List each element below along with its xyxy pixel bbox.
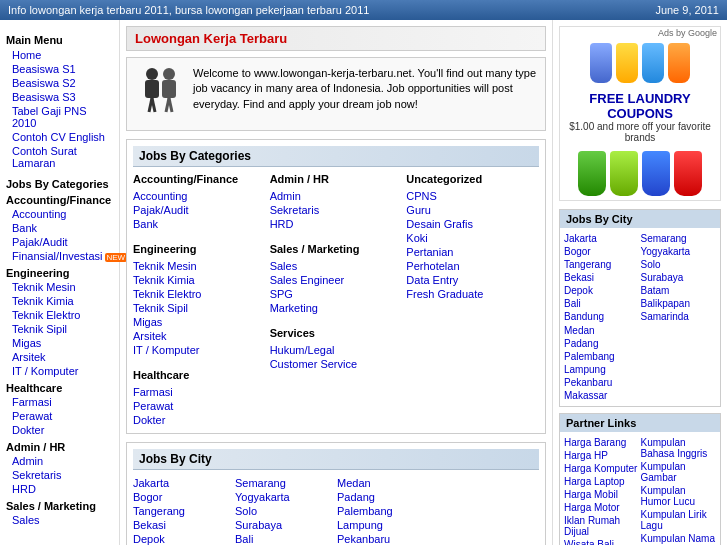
partner-gambar[interactable]: Kumpulan Gambar (641, 460, 717, 484)
partner-harga-komputer[interactable]: Harga Komputer (564, 462, 640, 475)
jobs-link-teknik-elektro[interactable]: Teknik Elektro (133, 287, 266, 301)
right-city-balikpapan[interactable]: Balikpapan (641, 297, 717, 310)
sidebar-link-sekretaris[interactable]: Sekretaris (6, 468, 113, 482)
city-link-semarang[interactable]: Semarang (235, 476, 335, 490)
right-city-tangerang[interactable]: Tangerang (564, 258, 640, 271)
right-city-samarinda[interactable]: Samarinda (641, 310, 717, 323)
right-city-medan[interactable]: Medan (564, 324, 716, 337)
city-link-tangerang[interactable]: Tangerang (133, 504, 233, 518)
jobs-link-bank[interactable]: Bank (133, 217, 266, 231)
sidebar-link-perawat[interactable]: Perawat (6, 409, 113, 423)
jobs-link-sekretaris[interactable]: Sekretaris (270, 203, 403, 217)
right-city-palembang[interactable]: Palembang (564, 350, 716, 363)
jobs-link-accounting[interactable]: Accounting (133, 189, 266, 203)
jobs-link-teknik-kimia[interactable]: Teknik Kimia (133, 273, 266, 287)
right-city-batam[interactable]: Batam (641, 284, 717, 297)
city-link-bogor[interactable]: Bogor (133, 490, 233, 504)
jobs-link-data-entry[interactable]: Data Entry (406, 273, 539, 287)
city-link-pekanbaru[interactable]: Pekanbaru (337, 532, 437, 545)
partner-harga-barang[interactable]: Harga Barang (564, 436, 640, 449)
partner-lirik[interactable]: Kumpulan Lirik Lagu (641, 508, 717, 532)
city-link-bekasi[interactable]: Bekasi (133, 518, 233, 532)
jobs-link-hrd[interactable]: HRD (270, 217, 403, 231)
sidebar-link-pajak[interactable]: Pajak/Audit (6, 235, 113, 249)
city-link-lampung[interactable]: Lampung (337, 518, 437, 532)
partner-bahasa-inggris[interactable]: Kumpulan Bahasa Inggris (641, 436, 717, 460)
sidebar-link-sales[interactable]: Sales (6, 513, 113, 527)
sidebar-link-hrd[interactable]: HRD (6, 482, 113, 496)
sidebar-link-dokter[interactable]: Dokter (6, 423, 113, 437)
sidebar-link-admin[interactable]: Admin (6, 454, 113, 468)
sidebar-link-surat[interactable]: Contoh Surat Lamaran (6, 144, 113, 170)
right-city-bandung[interactable]: Bandung (564, 310, 640, 323)
jobs-link-guru[interactable]: Guru (406, 203, 539, 217)
city-link-bali[interactable]: Bali (235, 532, 335, 545)
right-city-bogor[interactable]: Bogor (564, 245, 640, 258)
jobs-link-hukum[interactable]: Hukum/Legal (270, 343, 403, 357)
city-link-surabaya[interactable]: Surabaya (235, 518, 335, 532)
right-city-lampung[interactable]: Lampung (564, 363, 716, 376)
jobs-link-migas[interactable]: Migas (133, 315, 266, 329)
jobs-link-perawat[interactable]: Perawat (133, 399, 266, 413)
jobs-link-dokter[interactable]: Dokter (133, 413, 266, 427)
right-city-padang[interactable]: Padang (564, 337, 716, 350)
city-link-yogyakarta[interactable]: Yogyakarta (235, 490, 335, 504)
jobs-link-desain[interactable]: Desain Grafis (406, 217, 539, 231)
jobs-link-teknik-sipil[interactable]: Teknik Sipil (133, 301, 266, 315)
sidebar-link-accounting[interactable]: Accounting (6, 207, 113, 221)
right-city-makassar[interactable]: Makassar (564, 389, 716, 402)
city-link-medan[interactable]: Medan (337, 476, 437, 490)
sidebar-link-teknik-sipil[interactable]: Teknik Sipil (6, 322, 113, 336)
jobs-link-fresh-grad[interactable]: Fresh Graduate (406, 287, 539, 301)
partner-nama-bayi[interactable]: Kumpulan Nama Bayi (641, 532, 717, 545)
jobs-link-admin[interactable]: Admin (270, 189, 403, 203)
city-link-jakarta[interactable]: Jakarta (133, 476, 233, 490)
city-link-padang[interactable]: Padang (337, 490, 437, 504)
sidebar-link-beasiswa-s2[interactable]: Beasiswa S2 (6, 76, 113, 90)
sidebar-link-migas[interactable]: Migas (6, 336, 113, 350)
right-city-surabaya[interactable]: Surabaya (641, 271, 717, 284)
city-link-palembang[interactable]: Palembang (337, 504, 437, 518)
jobs-link-perhotelan[interactable]: Perhotelan (406, 259, 539, 273)
jobs-link-sales[interactable]: Sales (270, 259, 403, 273)
right-city-yogyakarta[interactable]: Yogyakarta (641, 245, 717, 258)
right-city-bekasi[interactable]: Bekasi (564, 271, 640, 284)
right-city-depok[interactable]: Depok (564, 284, 640, 297)
jobs-link-it-komputer[interactable]: IT / Komputer (133, 343, 266, 357)
jobs-link-spg[interactable]: SPG (270, 287, 403, 301)
sidebar-link-beasiswa-s1[interactable]: Beasiswa S1 (6, 62, 113, 76)
ad-box[interactable]: Ads by Google FREE LAUNDRY COUPONS $1.00… (559, 26, 721, 201)
partner-harga-hp[interactable]: Harga HP (564, 449, 640, 462)
right-city-bali[interactable]: Bali (564, 297, 640, 310)
jobs-link-arsitek[interactable]: Arsitek (133, 329, 266, 343)
city-link-solo[interactable]: Solo (235, 504, 335, 518)
sidebar-link-cv[interactable]: Contoh CV English (6, 130, 113, 144)
jobs-link-pertanian[interactable]: Pertanian (406, 245, 539, 259)
jobs-link-sales-engineer[interactable]: Sales Engineer (270, 273, 403, 287)
jobs-link-marketing[interactable]: Marketing (270, 301, 403, 315)
sidebar-link-teknik-elektro[interactable]: Teknik Elektro (6, 308, 113, 322)
jobs-link-farmasi[interactable]: Farmasi (133, 385, 266, 399)
sidebar-link-finansial[interactable]: Finansial/InvestasiNEW (6, 249, 113, 263)
city-link-depok[interactable]: Depok (133, 532, 233, 545)
jobs-link-teknik-mesin[interactable]: Teknik Mesin (133, 259, 266, 273)
right-city-semarang[interactable]: Semarang (641, 232, 717, 245)
partner-harga-mobil[interactable]: Harga Mobil (564, 488, 640, 501)
sidebar-link-teknik-kimia[interactable]: Teknik Kimia (6, 294, 113, 308)
partner-iklan-rumah[interactable]: Iklan Rumah Dijual (564, 514, 640, 538)
partner-harga-motor[interactable]: Harga Motor (564, 501, 640, 514)
sidebar-link-arsitek[interactable]: Arsitek (6, 350, 113, 364)
sidebar-link-teknik-mesin[interactable]: Teknik Mesin (6, 280, 113, 294)
right-city-jakarta[interactable]: Jakarta (564, 232, 640, 245)
jobs-link-koki[interactable]: Koki (406, 231, 539, 245)
partner-harga-laptop[interactable]: Harga Laptop (564, 475, 640, 488)
jobs-link-pajak[interactable]: Pajak/Audit (133, 203, 266, 217)
jobs-link-customer-service[interactable]: Customer Service (270, 357, 403, 371)
sidebar-link-beasiswa-s3[interactable]: Beasiswa S3 (6, 90, 113, 104)
sidebar-link-bank[interactable]: Bank (6, 221, 113, 235)
jobs-link-cpns[interactable]: CPNS (406, 189, 539, 203)
sidebar-link-tabel-gaji[interactable]: Tabel Gaji PNS 2010 (6, 104, 113, 130)
right-city-solo[interactable]: Solo (641, 258, 717, 271)
sidebar-link-farmasi[interactable]: Farmasi (6, 395, 113, 409)
right-city-pekanbaru[interactable]: Pekanbaru (564, 376, 716, 389)
